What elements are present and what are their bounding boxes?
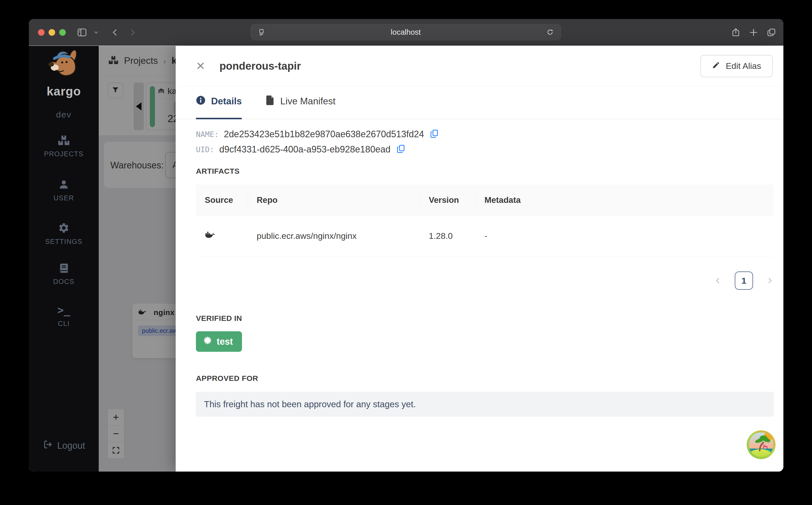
new-tab-icon[interactable]	[748, 26, 760, 38]
source-cell	[196, 215, 248, 256]
browser-window: localhost	[29, 19, 783, 472]
col-repo: Repo	[248, 185, 420, 215]
logout-icon	[42, 440, 53, 452]
info-icon	[196, 96, 206, 108]
tab-live-manifest[interactable]: Live Manifest	[266, 87, 335, 119]
artifacts-table: Source Repo Version Metadata	[196, 185, 774, 256]
field-name: NAME: 2de253423e51b1b82e9870ae638e2670d5…	[196, 129, 773, 140]
edit-alias-button[interactable]: Edit Alias	[701, 55, 773, 77]
sidebar-item-label: USER	[53, 194, 74, 202]
tab-label: Live Manifest	[280, 96, 335, 107]
sidebar-item-docs[interactable]: DOCS	[29, 263, 99, 286]
close-icon[interactable]: ✕	[196, 60, 205, 72]
sidebar-item-projects[interactable]: PROJECTS	[29, 135, 99, 158]
freight-alias-title: ponderous-tapir	[220, 60, 301, 72]
uid-label: UID:	[196, 145, 214, 154]
version-cell: 1.28.0	[420, 215, 476, 256]
field-uid: UID: d9cf4331-d625-400a-a953-eb928e180ea…	[196, 144, 773, 155]
approved-for-heading: APPROVED FOR	[196, 374, 773, 383]
fullscreen-window-button[interactable]	[59, 29, 66, 36]
prev-page-button[interactable]	[714, 277, 722, 285]
repo-cell: public.ecr.aws/nginx/nginx	[248, 215, 420, 256]
sidebar-chevron-down-icon[interactable]	[90, 26, 102, 38]
edit-alias-label: Edit Alias	[726, 61, 761, 71]
uid-value: d9cf4331-d625-400a-a953-eb928e180ead	[219, 144, 390, 155]
sidebar-item-label: SETTINGS	[45, 238, 82, 246]
browser-titlebar: localhost	[29, 19, 783, 45]
page-number[interactable]: 1	[735, 272, 753, 290]
drawer-tabs: Details Live Manifest	[176, 87, 783, 119]
minimize-window-button[interactable]	[49, 29, 55, 36]
file-icon	[266, 96, 275, 108]
sidebar-item-label: PROJECTS	[44, 150, 83, 158]
logout-button[interactable]: Logout	[29, 440, 99, 452]
stage-badge-label: test	[217, 336, 233, 347]
certificate-icon	[203, 336, 212, 347]
sidebar-toggle-icon[interactable]	[76, 26, 88, 38]
copy-icon[interactable]	[397, 145, 405, 154]
kargo-wordmark: kargo	[29, 85, 99, 98]
metadata-cell: -	[476, 215, 774, 256]
env-tag: dev	[29, 110, 99, 120]
artifacts-heading: ARTIFACTS	[196, 167, 773, 175]
terminal-icon: >_	[57, 305, 70, 316]
pencil-icon	[712, 61, 720, 71]
forward-button[interactable]	[126, 26, 139, 38]
col-source: Source	[196, 185, 248, 215]
tab-details[interactable]: Details	[196, 87, 242, 119]
sidebar-item-cli[interactable]: >_ CLI	[29, 305, 99, 328]
sidebar-item-user[interactable]: USER	[29, 179, 99, 202]
boxes-icon	[58, 135, 70, 146]
book-icon	[58, 263, 69, 274]
table-pagination: 1	[196, 272, 774, 290]
close-window-button[interactable]	[38, 29, 44, 36]
url-text: localhost	[268, 28, 544, 36]
verified-in-heading: VERIFIED IN	[196, 314, 773, 323]
approved-for-empty-message: This freight has not been approved for a…	[196, 392, 774, 416]
name-value: 2de253423e51b1b82e9870ae638e2670d513fd24	[224, 129, 424, 140]
tab-label: Details	[211, 96, 242, 107]
reader-icon[interactable]	[255, 26, 268, 38]
address-bar[interactable]: localhost	[251, 24, 561, 40]
kargo-logo	[44, 48, 83, 85]
app-sidebar: kargo dev PROJECTS USER	[29, 46, 99, 472]
back-button[interactable]	[109, 26, 121, 38]
reload-icon[interactable]	[544, 26, 556, 38]
logout-label: Logout	[57, 441, 85, 451]
stage-badge-test[interactable]: test	[196, 331, 242, 352]
island-fab-button[interactable]	[747, 430, 776, 460]
sidebar-item-label: DOCS	[53, 278, 74, 286]
table-header-row: Source Repo Version Metadata	[196, 185, 774, 215]
freight-details-drawer: ✕ ponderous-tapir Edit Alias	[176, 46, 783, 472]
share-icon[interactable]	[730, 26, 742, 38]
user-icon	[58, 179, 69, 190]
name-label: NAME:	[196, 130, 219, 139]
next-page-button[interactable]	[766, 277, 774, 285]
sidebar-item-settings[interactable]: SETTINGS	[29, 222, 99, 246]
gear-icon	[58, 222, 70, 234]
docker-icon	[205, 230, 215, 241]
col-metadata: Metadata	[476, 185, 774, 215]
copy-icon[interactable]	[431, 129, 438, 139]
col-version: Version	[420, 185, 476, 215]
table-row: public.ecr.aws/nginx/nginx 1.28.0 -	[196, 215, 774, 256]
sidebar-item-label: CLI	[58, 320, 70, 328]
tab-overview-icon[interactable]	[765, 26, 777, 38]
